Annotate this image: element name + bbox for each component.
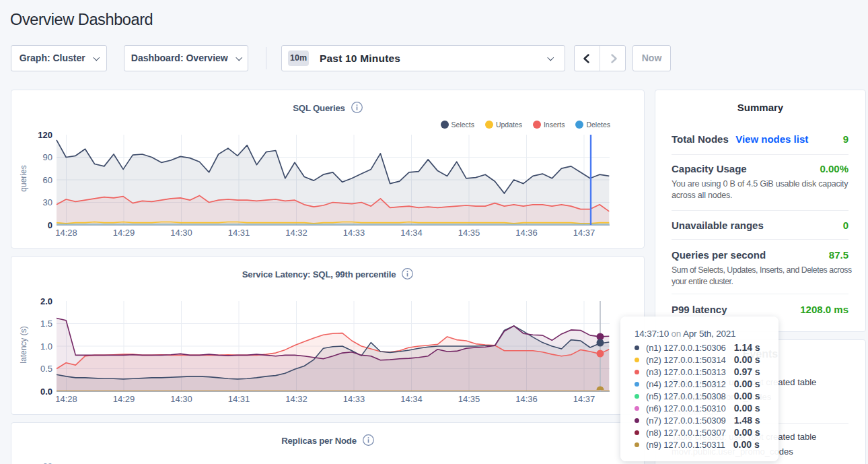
svg-text:14:34: 14:34 <box>400 228 423 238</box>
svg-text:1.0: 1.0 <box>40 341 52 352</box>
svg-text:14:29: 14:29 <box>113 228 135 238</box>
svg-text:14:30: 14:30 <box>170 228 192 238</box>
svg-text:90: 90 <box>43 152 52 162</box>
svg-text:60: 60 <box>43 461 52 464</box>
svg-text:14:30: 14:30 <box>170 394 192 404</box>
svg-text:14:35: 14:35 <box>458 228 480 238</box>
svg-text:14:31: 14:31 <box>228 228 250 238</box>
svg-text:0: 0 <box>48 220 52 230</box>
svg-text:14:37: 14:37 <box>573 394 595 404</box>
svg-text:14:36: 14:36 <box>515 394 538 404</box>
svg-text:14:28: 14:28 <box>55 228 77 238</box>
svg-text:60: 60 <box>43 175 52 185</box>
svg-text:30: 30 <box>43 197 52 207</box>
svg-text:14:33: 14:33 <box>343 394 365 404</box>
svg-text:120: 120 <box>38 130 52 140</box>
svg-text:14:29: 14:29 <box>113 394 135 404</box>
svg-text:14:36: 14:36 <box>515 228 538 238</box>
svg-text:14:33: 14:33 <box>343 228 365 238</box>
svg-text:0.5: 0.5 <box>40 364 52 374</box>
svg-text:14:32: 14:32 <box>285 228 308 238</box>
svg-text:0.0: 0.0 <box>40 387 52 397</box>
svg-text:14:37: 14:37 <box>573 228 595 238</box>
svg-text:14:31: 14:31 <box>228 394 250 404</box>
svg-text:2.0: 2.0 <box>40 296 52 306</box>
svg-text:14:34: 14:34 <box>400 394 423 404</box>
svg-text:1.5: 1.5 <box>40 319 52 329</box>
svg-text:14:35: 14:35 <box>458 394 480 404</box>
svg-text:latency (s): latency (s) <box>19 326 28 363</box>
svg-text:14:28: 14:28 <box>55 394 77 404</box>
svg-text:queries: queries <box>19 165 28 191</box>
svg-text:14:32: 14:32 <box>285 394 308 404</box>
